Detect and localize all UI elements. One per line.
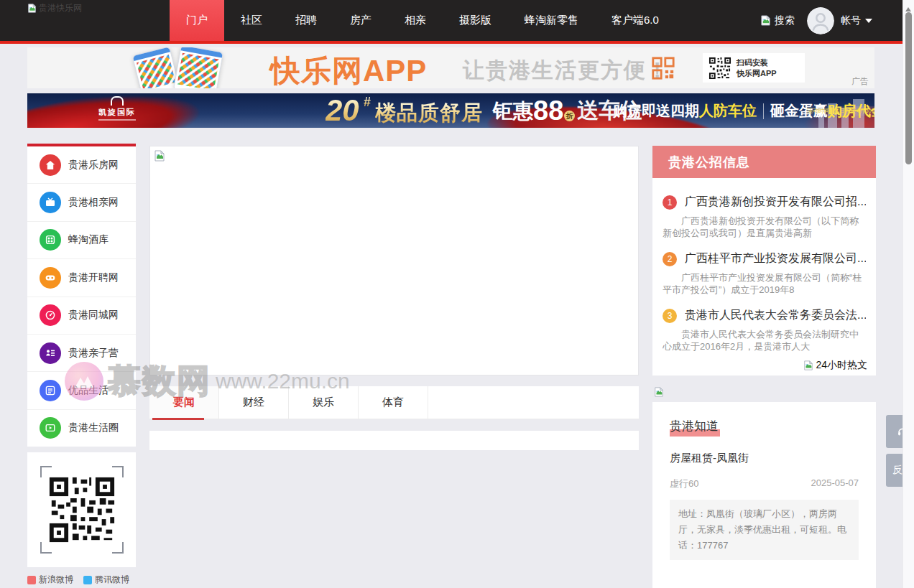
broken-image-icon [654,387,664,397]
app-install-qr-card: 扫码安装 快乐网APP [703,53,805,83]
search-button[interactable]: 搜索 [760,14,795,27]
knowledge-post-title[interactable]: 房屋租赁-凤凰街 [670,452,859,465]
announcement-item: 2 广西桂平市产业投资发展有限公司... 广西桂平市产业投资发展有限公司（简称“… [663,239,866,296]
deal-prefix: 钜惠 [493,98,533,125]
rank-badge: 3 [663,309,677,323]
announcement-desc: 贵港市人民代表大会常务委员会法制研究中心成立于2016年2月，是贵港市人大 [663,328,866,353]
life-goods-icon [40,380,61,401]
tv-icon [40,192,61,213]
sidebar-item-housing-net[interactable]: 贵港乐房网 [27,146,136,183]
sidebar-item-label: 贵港亲子营 [68,347,119,360]
ad-headline-hash: # [364,95,371,110]
qr-corner [40,466,52,477]
real-estate-ad-banner[interactable]: 凯旋国际 20 # 楼品质舒居 钜惠 88 折 送车位 购房即送四期 人防车位 … [27,93,874,128]
tab-headlines[interactable]: 要闻 [149,386,219,419]
tab-entertainment[interactable]: 娱乐 [289,386,359,419]
hot-articles-link[interactable]: 24小时热文 [803,359,867,372]
sidebar-item-dating-net[interactable]: 贵港相亲网 [27,183,136,220]
nav-item-dating[interactable]: 相亲 [388,0,443,41]
app-banner-subtitle: 让贵港生活更方便！ [463,56,670,85]
cells-grid-icon [40,229,61,251]
knowledge-excerpt: 地址：凤凰街（玻璃厂小区），两房两厅，无家具，淡季优惠出租，可短租。电话：177… [670,500,859,560]
tab-sports[interactable]: 体育 [359,386,428,419]
main-navigation: 门户 社区 招聘 房产 相亲 摄影版 蜂淘新零售 客户端6.0 [170,0,675,41]
deal-badge: 折 [564,111,575,121]
announcement-desc: 广西桂平市产业投资发展有限公司（简称“桂平市产投公司”）成立于2019年8 [663,271,866,296]
broken-image-icon [803,360,813,370]
sidebar-item-label: 贵港乐房网 [68,159,119,172]
qr-corner [40,542,52,554]
account-menu[interactable]: 帐号 [841,14,872,27]
gamepad-icon [40,267,61,289]
nav-item-client-app[interactable]: 客户端6.0 [595,0,675,41]
nav-item-community[interactable]: 社区 [224,0,279,41]
sidebar-item-label: 贵港开聘网 [68,271,119,284]
nav-item-retail[interactable]: 蜂淘新零售 [508,0,595,41]
nav-item-jobs[interactable]: 招聘 [279,0,333,41]
brand-subline [98,119,136,121]
knowledge-date: 2025-05-07 [811,477,859,490]
arch-logo-icon [111,96,124,106]
sidebar-item-life-circle[interactable]: 贵港生活圈 [27,409,136,447]
search-icon [760,15,771,26]
tencent-weibo-link[interactable]: 腾讯微博 [83,574,129,586]
announcements-header: 贵港公招信息 [652,146,876,178]
ad-activity-note: 活动时间: 即日起至4月30日 [805,106,874,116]
tencent-weibo-icon [83,576,92,584]
scrollbar-up-arrow[interactable] [905,4,911,11]
announcement-title[interactable]: 贵港市人民代表大会常务委员会法... [685,308,866,323]
announcements-list: 1 广西贵港新创投资开发有限公司招... 广西贵港新创投资开发有限公司（以下简称… [652,178,876,375]
broken-image-icon [154,150,165,162]
developer-brand: 凯旋国际 [95,96,139,121]
qr-code [708,57,731,80]
knowledge-meta: 虚行60 2025-05-07 [670,477,859,490]
sidebar-item-label: 蜂淘酒库 [68,233,109,246]
app-screenshot-1 [132,47,180,88]
nav-item-portal[interactable]: 门户 [170,0,224,41]
search-label: 搜索 [775,14,795,27]
avatar[interactable] [807,7,834,34]
sidebar-item-wine-store[interactable]: 蜂淘酒库 [27,221,136,258]
page: 贵港快乐网 门户 社区 招聘 房产 相亲 摄影版 蜂淘新零售 客户端6.0 搜索… [0,0,914,588]
knowledge-author: 虚行60 [670,477,698,490]
qr-caption-line1: 扫码安装 [737,57,777,68]
sidebar-item-parenting-camp[interactable]: 贵港亲子营 [27,334,136,371]
tab-finance[interactable]: 财经 [219,386,289,419]
sidebar-item-quality-life[interactable]: 优品生活 [27,371,136,409]
qr-glyph-icon [651,56,675,83]
sidebar-item-jobs-net[interactable]: 贵港开聘网 [27,258,136,296]
slogan1-white: 购房即送四期 [613,101,699,121]
broken-image-icon [27,4,37,13]
ad-tag: 广告 [851,75,869,88]
page-scrollbar[interactable] [903,0,914,588]
follow-qr-card [27,452,136,567]
announcement-title[interactable]: 广西贵港新创投资开发有限公司招... [685,195,866,210]
tencent-weibo-label: 腾讯微博 [95,574,129,586]
announcement-item: 3 贵港市人民代表大会常务委员会法... 贵港市人民代表大会常务委员会法制研究中… [663,296,866,353]
scrollbar-thumb[interactable] [905,12,912,164]
announcements-title: 贵港公招信息 [668,154,750,171]
gauge-icon [40,304,61,326]
hot-articles-label: 24小时热文 [816,359,867,372]
sina-weibo-link[interactable]: 新浪微博 [27,574,73,586]
announcement-title[interactable]: 广西桂平市产业投资发展有限公司... [685,251,866,266]
house-icon [40,154,61,176]
sub-sites-sidebar: 贵港乐房网 贵港相亲网 蜂淘酒库 贵港开聘网 贵港同城网 贵港亲子营 优品生活 [27,144,136,447]
header-right-cluster: 搜索 帐号 [760,0,872,41]
deal-number: 88 [533,96,563,125]
nav-item-housing[interactable]: 房产 [333,0,388,41]
sidebar-item-label: 贵港同城网 [68,309,119,322]
main-carousel[interactable] [149,146,639,375]
sidebar-item-label: 优品生活 [68,384,109,397]
sidebar-item-city-net[interactable]: 贵港同城网 [27,297,136,334]
sina-weibo-label: 新浪微博 [39,574,73,586]
app-promo-banner[interactable]: 快乐网APP 让贵港生活更方便！ 扫码安装 快乐网APP 广告 [27,47,874,88]
knowledge-card: 贵港知道 房屋租赁-凤凰街 虚行60 2025-05-07 地址：凤凰街（玻璃厂… [652,402,876,588]
app-banner-title: 快乐网APP [270,51,427,88]
nav-item-photography[interactable]: 摄影版 [443,0,508,41]
slogan1-yellow: 人防车位 [699,101,757,121]
site-logo[interactable]: 贵港快乐网 [27,2,82,14]
qr-code [47,475,116,544]
announcement-item: 1 广西贵港新创投资开发有限公司招... 广西贵港新创投资开发有限公司（以下简称… [663,182,866,239]
site-logo-text: 贵港快乐网 [39,2,82,14]
